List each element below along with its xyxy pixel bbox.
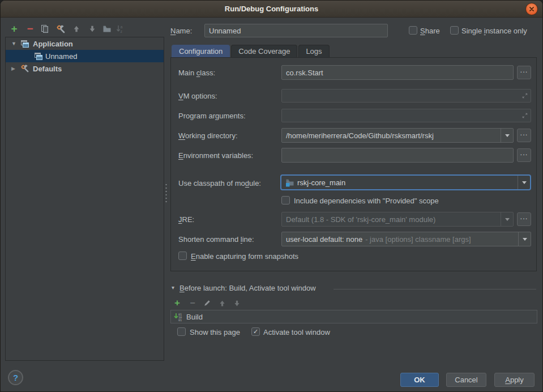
ellipsis-icon: ... — [520, 149, 528, 157]
show-this-page-checkbox[interactable] — [177, 327, 186, 336]
shorten-command-line-combo[interactable]: user-local default: none - java [options… — [281, 232, 531, 246]
before-launch-task-list[interactable]: 01 10 01 Build — [170, 310, 537, 323]
environment-variables-input[interactable] — [281, 148, 514, 163]
move-down-icon — [88, 25, 96, 33]
browse-environment-variables-button[interactable]: ... — [517, 148, 531, 162]
cancel-button[interactable]: Cancel — [446, 373, 486, 387]
use-classpath-value: rskj-core_main — [297, 178, 345, 187]
ellipsis-icon: ... — [520, 66, 528, 74]
shorten-value-primary: user-local default: none — [286, 235, 362, 244]
before-launch-collapse-icon[interactable]: ▾ — [172, 284, 174, 291]
ellipsis-icon: ... — [520, 129, 528, 137]
enable-capturing-label[interactable]: Enable capturing form snapshots — [191, 252, 298, 261]
tab-configuration[interactable]: Configuration — [172, 45, 230, 58]
help-button[interactable]: ? — [8, 370, 23, 385]
main-class-input[interactable] — [281, 65, 514, 80]
move-up-icon — [219, 300, 226, 307]
use-classpath-combo[interactable]: rskj-core_main — [280, 174, 531, 190]
expand-field-icon[interactable] — [521, 112, 528, 119]
tree-item-label: Defaults — [33, 65, 62, 73]
remove-icon: − — [190, 298, 195, 308]
tab-logs[interactable]: Logs — [298, 45, 329, 58]
share-label[interactable]: Share — [420, 27, 440, 35]
environment-variables-label: Environment variables: — [178, 151, 253, 160]
dropdown-arrow-icon[interactable] — [501, 129, 513, 142]
single-instance-checkbox[interactable] — [450, 26, 459, 35]
main-class-label: Main class: — [178, 69, 215, 77]
before-launch-edit-button[interactable] — [202, 298, 212, 308]
activate-tool-window-label[interactable]: Activate tool window — [263, 328, 330, 336]
check-icon: ✓ — [253, 329, 258, 335]
dropdown-arrow-icon[interactable] — [518, 176, 530, 189]
application-icon — [34, 52, 43, 61]
remove-icon: − — [27, 24, 33, 34]
ellipsis-icon: ... — [520, 213, 528, 221]
copy-configuration-button[interactable] — [39, 23, 50, 35]
browse-jre-button[interactable]: ... — [517, 212, 531, 226]
configuration-tab-panel: Main class: ... VM options: Program argu… — [170, 57, 537, 271]
tree-item-application[interactable]: ▼ Application — [6, 37, 164, 50]
ok-button[interactable]: OK — [400, 373, 439, 387]
sort-configurations-button[interactable]: a z — [114, 23, 126, 35]
before-launch-add-button[interactable]: + — [172, 298, 182, 308]
panel-splitter[interactable] — [165, 183, 168, 203]
new-folder-button[interactable] — [101, 23, 113, 35]
close-button[interactable] — [525, 3, 538, 15]
dropdown-arrow-icon[interactable] — [501, 212, 513, 226]
sort-az-icon: a z — [116, 24, 125, 33]
module-icon — [285, 178, 294, 187]
move-up-icon — [72, 25, 80, 33]
before-launch-remove-button[interactable]: − — [187, 298, 198, 308]
program-arguments-input[interactable] — [281, 109, 531, 122]
activate-tool-window-checkbox[interactable]: ✓ — [251, 327, 260, 336]
share-checkbox[interactable] — [409, 26, 417, 35]
browse-working-directory-button[interactable]: ... — [517, 129, 531, 142]
window-title: Run/Debug Configurations — [225, 5, 318, 13]
working-directory-value: /home/meriherrera/Code/Github/rsksmart/r… — [286, 131, 434, 140]
build-icon: 01 10 01 — [174, 312, 183, 321]
vm-options-label: VM options: — [178, 92, 217, 100]
edit-icon — [203, 299, 211, 307]
titlebar: Run/Debug Configurations — [1, 1, 542, 18]
configurations-tree: ▼ Application Unnamed ▶ — [5, 37, 164, 361]
add-configuration-button[interactable]: + — [8, 23, 20, 35]
collapse-arrow-icon[interactable]: ▶ — [11, 66, 15, 71]
defaults-icon — [20, 64, 29, 73]
use-classpath-label: Use classpath of module: — [178, 179, 261, 188]
edit-templates-icon — [56, 24, 66, 34]
shorten-command-line-label: Shorten command line: — [178, 235, 254, 244]
tree-item-unnamed[interactable]: Unnamed — [6, 50, 164, 62]
tree-item-label: Unnamed — [45, 52, 77, 61]
browse-main-class-button[interactable]: ... — [517, 66, 531, 79]
show-this-page-label[interactable]: Show this page — [190, 328, 240, 336]
tab-code-coverage[interactable]: Code Coverage — [231, 45, 297, 58]
expand-arrow-icon[interactable]: ▼ — [11, 41, 16, 46]
name-input[interactable] — [204, 24, 388, 37]
jre-label: JRE: — [178, 215, 194, 224]
run-debug-configurations-dialog: Run/Debug Configurations + − — [0, 0, 543, 392]
apply-button[interactable]: Apply — [494, 373, 535, 387]
move-up-button[interactable] — [71, 23, 82, 35]
remove-configuration-button[interactable]: − — [24, 23, 36, 35]
edit-templates-button[interactable] — [55, 23, 66, 35]
dropdown-arrow-icon[interactable] — [518, 232, 531, 246]
before-launch-move-up-button[interactable] — [217, 298, 227, 308]
build-task-label: Build — [186, 313, 203, 321]
expand-field-icon[interactable] — [521, 92, 528, 99]
tree-item-defaults[interactable]: ▶ Defaults — [6, 62, 164, 75]
program-arguments-label: Program arguments: — [178, 112, 246, 120]
application-icon — [20, 39, 29, 48]
enable-capturing-checkbox[interactable] — [178, 252, 187, 260]
move-down-icon — [233, 300, 241, 307]
working-directory-combo[interactable]: /home/meriherrera/Code/Github/rsksmart/r… — [281, 128, 514, 143]
jre-combo[interactable]: Default (1.8 - SDK of 'rskj-core_main' m… — [281, 212, 514, 227]
include-dependencies-label[interactable]: Include dependencies with "Provided" sco… — [294, 197, 439, 205]
single-instance-label[interactable]: Single instance only — [461, 27, 527, 35]
before-launch-separator — [334, 289, 536, 289]
before-launch-move-down-button[interactable] — [232, 298, 242, 308]
working-directory-label: Working directory: — [178, 131, 238, 140]
include-dependencies-checkbox[interactable] — [281, 196, 290, 204]
move-down-button[interactable] — [87, 23, 98, 35]
vm-options-input[interactable] — [281, 89, 531, 103]
jre-value: Default (1.8 - SDK of 'rskj-core_main' m… — [286, 215, 435, 224]
